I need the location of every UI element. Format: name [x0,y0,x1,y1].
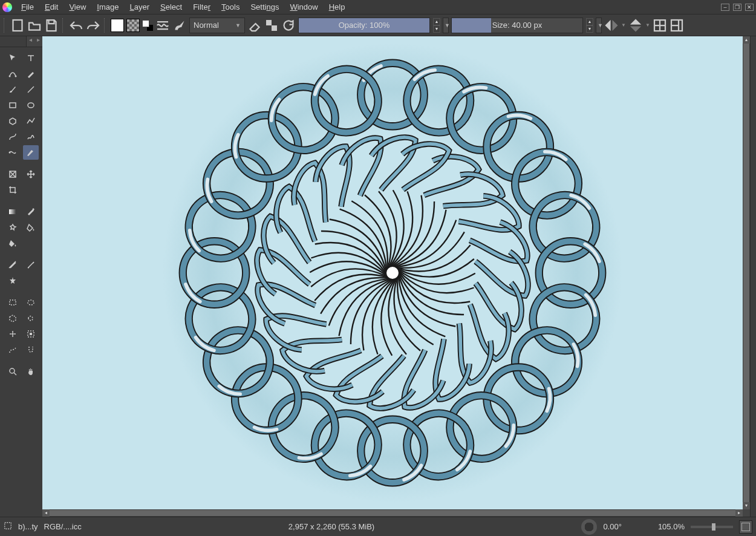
canvas-artwork [163,43,622,503]
undo-button[interactable] [69,18,83,33]
wrap-button[interactable] [653,18,667,33]
menu-edit[interactable]: Edit [39,1,64,13]
menubar: File Edit View Image Layer Select Filter… [0,0,756,15]
size-up[interactable]: ▲ [586,18,593,25]
menu-tools[interactable]: Tools [216,1,245,13]
close-button[interactable]: ✕ [745,4,754,11]
pattern-button[interactable] [155,18,170,33]
tool-color-picker[interactable] [23,204,39,219]
tool-select-ellipse[interactable] [23,295,39,310]
svg-point-7 [28,103,34,108]
tool-assistant[interactable] [5,258,21,272]
tool-crop[interactable] [5,183,21,197]
hscrollbar[interactable]: ◂▸ [42,509,743,517]
menu-window[interactable]: Window [284,1,323,13]
tool-select-rect[interactable] [5,295,21,310]
workspace-button[interactable] [670,18,684,33]
background-color-swatch[interactable] [126,19,140,32]
tool-rect[interactable] [5,98,21,113]
canvas-area: ◂▸ ▴▾ [42,36,750,517]
size-down[interactable]: ▼ [586,25,593,33]
mirror-h-button[interactable] [604,18,619,33]
app-logo-icon [2,2,12,12]
opacity-menu[interactable]: ▼ [443,18,449,33]
menu-layer[interactable]: Layer [124,1,155,13]
menu-filter[interactable]: Filter [187,1,216,13]
tool-brush[interactable] [5,82,21,97]
opacity-down[interactable]: ▼ [433,25,440,33]
toolbar: Normal ▼ Opacity: 100% ▲▼ ▼ Size: 40.00 … [0,15,756,36]
tool-polyline[interactable] [23,114,39,128]
menu-image[interactable]: Image [91,1,124,13]
foreground-color-swatch[interactable] [111,19,124,32]
tool-smart-patch[interactable] [5,220,21,235]
svg-rect-6 [10,103,16,108]
tool-pan[interactable] [23,364,39,379]
brush-preset-button[interactable] [172,18,187,33]
status-zoom[interactable]: 105.0% [658,522,685,531]
tool-select-bezier[interactable] [5,342,21,357]
tool-text[interactable] [23,51,39,65]
status-colorspace[interactable]: RGB/....icc [44,522,82,531]
svg-rect-1 [266,20,272,25]
tool-move[interactable] [5,51,21,65]
opacity-up[interactable]: ▲ [433,18,440,25]
save-button[interactable] [44,18,59,33]
tool-freehand-path[interactable] [23,129,39,144]
tool-fill[interactable] [5,236,21,250]
menu-select[interactable]: Select [155,1,187,13]
tool-select-similar[interactable] [23,327,39,341]
canvas-navigator[interactable] [739,520,752,534]
tool-transform[interactable] [5,167,21,181]
tool-ellipse[interactable] [23,98,39,113]
minimize-button[interactable]: – [721,4,729,11]
status-dimensions: 2,957 x 2,260 (55.3 MiB) [288,522,374,531]
tool-dynamic[interactable] [5,145,21,160]
menu-view[interactable]: View [64,1,91,13]
svg-rect-11 [10,300,16,305]
size-slider[interactable]: Size: 40.00 px [451,18,583,33]
new-doc-button[interactable] [10,18,25,33]
canvas[interactable] [42,36,743,509]
tool-select-freehand[interactable] [23,311,39,325]
tool-zoom[interactable] [5,364,21,379]
open-button[interactable] [27,18,42,33]
opacity-slider[interactable]: Opacity: 100% [298,18,430,33]
swap-reset-colors[interactable] [142,20,153,31]
tool-move-layer[interactable] [23,167,39,181]
tool-polygon[interactable] [5,114,21,128]
tool-line[interactable] [23,82,39,97]
right-dock-handle[interactable] [750,36,756,517]
tool-multibrush[interactable] [23,145,39,160]
status-rotation[interactable]: 0.00° [603,522,622,531]
svg-rect-20 [5,523,11,529]
tool-calligraphy[interactable] [23,67,39,81]
blend-mode-combo[interactable]: Normal ▼ [189,18,245,33]
eraser-mode-button[interactable] [247,18,262,33]
tool-measure[interactable] [23,258,39,272]
svg-rect-0 [13,20,22,31]
vscrollbar[interactable]: ▴▾ [743,36,750,509]
tool-smart-fill[interactable] [23,220,39,235]
redo-button[interactable] [86,18,100,33]
tool-select-polygon[interactable] [5,311,21,325]
zoom-slider[interactable] [691,526,733,528]
reload-button[interactable] [281,18,296,33]
toolbox-tabstrip[interactable]: ◂▸ [0,36,42,47]
tool-gradient[interactable] [5,204,21,219]
svg-point-4 [9,76,11,77]
menu-settings[interactable]: Settings [245,1,284,13]
mirror-v-button[interactable] [628,18,643,33]
size-menu[interactable]: ▼ [596,18,602,33]
menu-file[interactable]: File [16,1,39,13]
alpha-lock-button[interactable] [264,18,279,33]
tool-bezier[interactable] [5,129,21,144]
tool-reference[interactable] [5,273,21,288]
rotation-dial[interactable] [581,519,597,535]
menu-help[interactable]: Help [324,1,351,13]
tool-select-contiguous[interactable] [5,327,21,341]
maximize-button[interactable]: ❐ [733,4,741,11]
status-doc-name[interactable]: b)...ty [18,522,38,531]
tool-select-magnetic[interactable] [23,342,39,357]
tool-edit-shape[interactable] [5,67,21,81]
